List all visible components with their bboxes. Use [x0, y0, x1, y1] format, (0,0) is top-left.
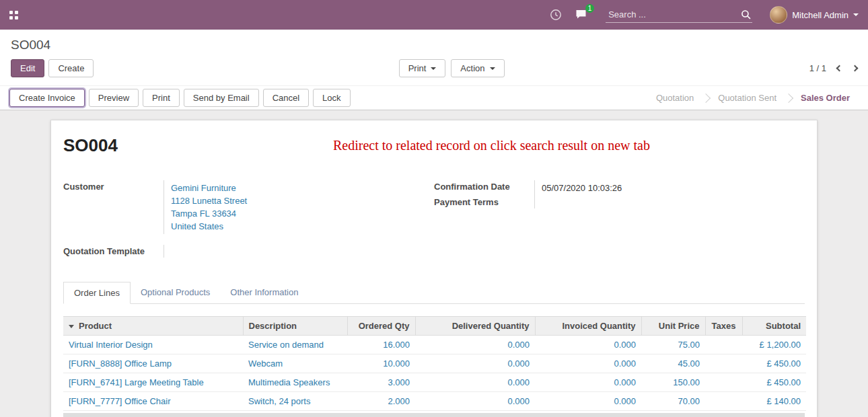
cell-unit-price[interactable]: 45.00	[641, 354, 705, 373]
cell-taxes[interactable]	[705, 354, 742, 373]
field-confirmation-date: Confirmation Date 05/07/2020 10:03:26	[434, 180, 805, 196]
state-quotation[interactable]: Quotation	[647, 90, 702, 106]
preview-button[interactable]: Preview	[89, 89, 139, 107]
activities-clock-icon[interactable]	[550, 9, 562, 21]
create-button[interactable]: Create	[48, 59, 94, 77]
table-row[interactable]: [FURN_7777] Office Chair Switch, 24 port…	[63, 392, 806, 411]
control-panel: SO004 Edit Create Print Action 1 / 1	[0, 30, 868, 85]
cell-invoiced-qty[interactable]: 0.000	[535, 336, 641, 354]
cell-product[interactable]: Virtual Interior Design	[63, 336, 243, 354]
field-payment-terms: Payment Terms	[434, 196, 805, 208]
cell-unit-price[interactable]: 70.00	[641, 392, 705, 411]
quotation-template-value[interactable]	[164, 245, 434, 258]
cell-taxes[interactable]	[705, 336, 742, 354]
messages-icon[interactable]: 1	[575, 9, 588, 20]
table-row[interactable]: Virtual Interior Design Service on deman…	[63, 336, 806, 354]
table-scrollbar[interactable]	[63, 413, 805, 417]
breadcrumb[interactable]: SO004	[11, 38, 857, 52]
edit-create-group: Edit Create	[11, 59, 94, 77]
cell-description[interactable]: Switch, 24 ports	[243, 392, 347, 411]
col-header-product[interactable]: Product	[63, 317, 243, 336]
user-menu[interactable]: Mitchell Admin	[770, 6, 859, 24]
notebook-tabs: Order Lines Optional Products Other Info…	[63, 282, 805, 304]
messages-badge: 1	[585, 4, 595, 13]
cell-description[interactable]: Multimedia Speakers	[243, 373, 347, 392]
search-icon[interactable]	[741, 9, 751, 20]
cell-ordered-qty[interactable]: 10.000	[347, 354, 415, 373]
pager-previous-icon[interactable]	[836, 65, 843, 72]
payment-terms-label: Payment Terms	[434, 196, 535, 208]
lock-button[interactable]: Lock	[313, 89, 350, 107]
cell-invoiced-qty[interactable]: 0.000	[535, 354, 641, 373]
create-invoice-button[interactable]: Create Invoice	[9, 89, 85, 107]
user-name: Mitchell Admin	[792, 10, 848, 20]
cell-subtotal[interactable]: £ 450.00	[742, 373, 806, 392]
content-area: SO004 Redirect to related record on clic…	[0, 110, 868, 417]
form-sheet: SO004 Redirect to related record on clic…	[50, 120, 818, 417]
cell-unit-price[interactable]: 75.00	[641, 336, 705, 354]
state-sales-order[interactable]: Sales Order	[792, 90, 859, 106]
cell-taxes[interactable]	[705, 392, 742, 411]
col-header-subtotal[interactable]: Subtotal	[742, 317, 806, 336]
cell-product[interactable]: [FURN_8888] Office Lamp	[63, 354, 243, 373]
cell-invoiced-qty[interactable]: 0.000	[535, 392, 641, 411]
global-search	[606, 7, 752, 23]
field-column-left: Customer Gemini Furniture 1128 Lunetta S…	[63, 180, 434, 258]
cell-ordered-qty[interactable]: 2.000	[347, 392, 415, 411]
cell-product[interactable]: [FURN_7777] Office Chair	[63, 392, 243, 411]
apps-menu-icon[interactable]	[9, 11, 18, 20]
statusbar: Create Invoice Preview Print Send by Ema…	[0, 85, 868, 110]
tab-other-information[interactable]: Other Information	[220, 282, 308, 303]
customer-label: Customer	[63, 180, 164, 234]
cell-ordered-qty[interactable]: 16.000	[347, 336, 415, 354]
state-quotation-sent[interactable]: Quotation Sent	[709, 90, 785, 106]
pager: 1 / 1	[809, 63, 857, 73]
sort-caret-icon[interactable]	[69, 325, 74, 328]
chevron-down-icon	[490, 67, 495, 70]
status-pipeline: Quotation Quotation Sent Sales Order	[647, 90, 859, 106]
cell-delivered-qty[interactable]: 0.000	[415, 336, 535, 354]
col-header-ordered-qty[interactable]: Ordered Qty	[347, 317, 415, 336]
table-row[interactable]: [FURN_8888] Office Lamp Webcam 10.000 0.…	[63, 354, 806, 373]
cell-unit-price[interactable]: 150.00	[641, 373, 705, 392]
customer-value[interactable]: Gemini Furniture 1128 Lunetta Street Tam…	[164, 180, 434, 234]
confirmation-date-label: Confirmation Date	[434, 180, 535, 196]
cell-subtotal[interactable]: £ 140.00	[742, 392, 806, 411]
col-header-invoiced-qty[interactable]: Invoiced Quantity	[535, 317, 641, 336]
cell-delivered-qty[interactable]: 0.000	[415, 373, 535, 392]
col-header-delivered-qty[interactable]: Delivered Quantity	[415, 317, 535, 336]
cell-delivered-qty[interactable]: 0.000	[415, 392, 535, 411]
pager-next-icon[interactable]	[852, 65, 859, 72]
cell-invoiced-qty[interactable]: 0.000	[535, 373, 641, 392]
field-customer: Customer Gemini Furniture 1128 Lunetta S…	[63, 180, 434, 234]
cell-description[interactable]: Webcam	[243, 354, 347, 373]
confirmation-date-value: 05/07/2020 10:03:26	[535, 180, 805, 196]
cell-delivered-qty[interactable]: 0.000	[415, 354, 535, 373]
edit-button[interactable]: Edit	[11, 59, 44, 77]
quotation-template-label: Quotation Template	[63, 245, 164, 258]
col-header-description[interactable]: Description	[243, 317, 347, 336]
tab-optional-products[interactable]: Optional Products	[131, 282, 220, 303]
cell-subtotal[interactable]: £ 450.00	[742, 354, 806, 373]
annotation-note: Redirect to related record on click sear…	[118, 135, 805, 153]
col-header-taxes[interactable]: Taxes	[705, 317, 742, 336]
cell-ordered-qty[interactable]: 3.000	[347, 373, 415, 392]
action-menu-button[interactable]: Action	[451, 59, 504, 77]
cell-product[interactable]: [FURN_6741] Large Meeting Table	[63, 373, 243, 392]
cancel-button[interactable]: Cancel	[263, 89, 309, 107]
search-input[interactable]	[607, 9, 741, 20]
tab-order-lines[interactable]: Order Lines	[63, 282, 131, 304]
payment-terms-value[interactable]	[535, 196, 805, 208]
topbar: 1 Mitchell Admin	[0, 0, 868, 30]
table-row[interactable]: [FURN_6741] Large Meeting Table Multimed…	[63, 373, 806, 392]
cell-subtotal[interactable]: £ 1,200.00	[742, 336, 806, 354]
send-by-email-button[interactable]: Send by Email	[184, 89, 259, 107]
order-lines-table: Product Description Ordered Qty Delivere…	[63, 316, 806, 411]
statusbar-buttons: Create Invoice Preview Print Send by Ema…	[9, 89, 351, 107]
cell-taxes[interactable]	[705, 373, 742, 392]
col-header-unit-price[interactable]: Unit Price	[641, 317, 705, 336]
print-menu-button[interactable]: Print	[399, 59, 446, 77]
print-button[interactable]: Print	[143, 89, 180, 107]
field-group: Customer Gemini Furniture 1128 Lunetta S…	[63, 180, 805, 258]
cell-description[interactable]: Service on demand	[243, 336, 347, 354]
